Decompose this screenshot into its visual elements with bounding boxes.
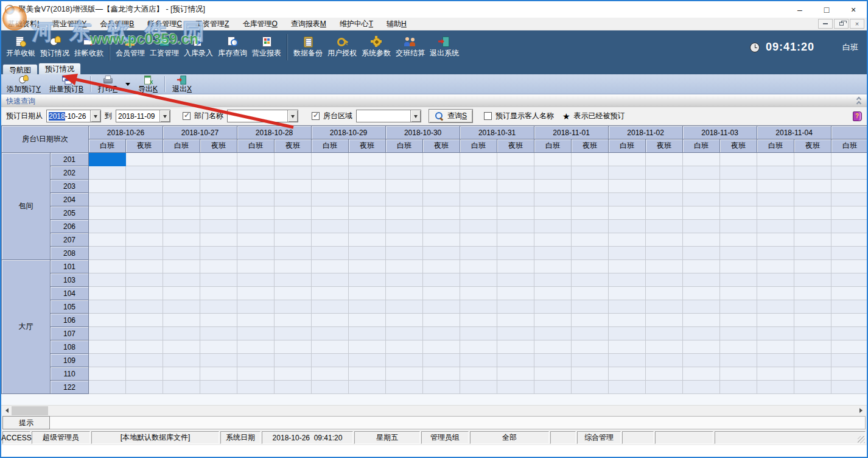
grid-cell[interactable] <box>534 354 572 367</box>
minimize-button[interactable]: – <box>786 1 813 18</box>
grid-cell[interactable] <box>163 287 200 300</box>
grid-cell[interactable] <box>460 193 497 206</box>
grid-cell[interactable] <box>237 153 275 166</box>
grid-cell[interactable] <box>534 300 572 314</box>
grid-cell[interactable] <box>423 354 460 367</box>
grid-cell[interactable] <box>609 180 646 193</box>
close-button[interactable]: × <box>840 1 867 18</box>
grid-cell[interactable] <box>646 300 683 314</box>
grid-cell[interactable] <box>423 153 460 166</box>
grid-cell[interactable] <box>683 247 720 260</box>
grid-cell[interactable] <box>646 273 683 287</box>
grid-cell[interactable] <box>237 233 275 247</box>
grid-cell[interactable] <box>349 206 386 220</box>
grid-cell[interactable] <box>534 220 572 233</box>
grid-cell[interactable] <box>609 220 646 233</box>
grid-cell[interactable] <box>163 300 200 314</box>
grid-cell[interactable] <box>163 233 200 247</box>
grid-cell[interactable] <box>646 340 683 354</box>
dropdown-arrow-icon[interactable] <box>159 110 170 122</box>
grid-cell[interactable] <box>646 180 683 193</box>
grid-cell[interactable] <box>460 340 497 354</box>
grid-cell[interactable] <box>275 300 312 314</box>
grid-cell[interactable] <box>312 180 349 193</box>
grid-cell[interactable] <box>89 180 126 193</box>
grid-cell[interactable] <box>757 381 794 394</box>
grid-cell[interactable] <box>200 233 237 247</box>
grid-cell[interactable] <box>720 193 757 206</box>
grid-cell[interactable] <box>275 193 312 206</box>
grid-cell[interactable] <box>312 354 349 367</box>
grid-cell[interactable] <box>275 260 312 273</box>
grid-cell[interactable] <box>89 166 126 180</box>
grid-cell[interactable] <box>89 381 126 394</box>
grid-cell[interactable] <box>757 260 794 273</box>
addbooking-button[interactable]: 添加预订Y <box>2 74 45 94</box>
grid-cell[interactable] <box>683 180 720 193</box>
grid-cell[interactable] <box>349 287 386 300</box>
grid-cell[interactable] <box>126 300 163 314</box>
grid-cell[interactable] <box>460 206 497 220</box>
grid-cell[interactable] <box>497 193 534 206</box>
grid-cell[interactable] <box>646 367 683 381</box>
grid-cell[interactable] <box>460 314 497 327</box>
grid-cell[interactable] <box>609 287 646 300</box>
grid-cell[interactable] <box>831 247 868 260</box>
grid-cell[interactable] <box>683 367 720 381</box>
dropdown-arrow-icon[interactable] <box>287 110 298 122</box>
grid-cell[interactable] <box>423 300 460 314</box>
grid-cell[interactable] <box>237 340 275 354</box>
menu-item-c[interactable]: 帐务管理C <box>141 18 189 30</box>
grid-cell[interactable] <box>237 381 275 394</box>
grid-cell[interactable] <box>126 367 163 381</box>
grid-cell[interactable] <box>720 206 757 220</box>
grid-cell[interactable] <box>794 166 831 180</box>
grid-cell[interactable] <box>572 247 609 260</box>
grid-cell[interactable] <box>720 340 757 354</box>
print-dropdown-arrow[interactable] <box>122 80 134 88</box>
grid-cell[interactable] <box>720 180 757 193</box>
report-button[interactable]: 营业报表 <box>250 32 284 63</box>
grid-cell[interactable] <box>163 220 200 233</box>
grid-cell[interactable] <box>163 153 200 166</box>
grid-cell[interactable] <box>683 166 720 180</box>
grid-cell[interactable] <box>831 180 868 193</box>
grid-cell[interactable] <box>720 381 757 394</box>
menu-item-m[interactable]: 查询报表M <box>284 18 333 30</box>
grid-cell[interactable] <box>572 206 609 220</box>
grid-cell[interactable] <box>572 220 609 233</box>
date-from-picker[interactable]: 2018-10-26 <box>46 110 101 122</box>
grid-cell[interactable] <box>646 220 683 233</box>
grid-cell[interactable] <box>126 354 163 367</box>
menu-item-i[interactable]: 基础资料I <box>1 18 46 30</box>
grid-cell[interactable] <box>163 166 200 180</box>
grid-cell[interactable] <box>683 354 720 367</box>
grid-cell[interactable] <box>126 193 163 206</box>
grid-cell[interactable] <box>349 367 386 381</box>
grid-cell[interactable] <box>423 367 460 381</box>
grid-cell[interactable] <box>89 287 126 300</box>
horizontal-scrollbar[interactable] <box>1 405 867 415</box>
grid-cell[interactable] <box>794 300 831 314</box>
grid-cell[interactable] <box>200 153 237 166</box>
grid-cell[interactable] <box>757 367 794 381</box>
printer-button[interactable]: 打印P <box>94 74 122 94</box>
grid-cell[interactable] <box>312 247 349 260</box>
grid-cell[interactable] <box>794 247 831 260</box>
grid-cell[interactable] <box>831 206 868 220</box>
grid-cell[interactable] <box>423 247 460 260</box>
grid-cell[interactable] <box>349 166 386 180</box>
grid-cell[interactable] <box>794 340 831 354</box>
grid-cell[interactable] <box>312 300 349 314</box>
grid-cell[interactable] <box>497 300 534 314</box>
grid-cell[interactable] <box>312 233 349 247</box>
grid-cell[interactable] <box>646 287 683 300</box>
grid-cell[interactable] <box>757 206 794 220</box>
grid-cell[interactable] <box>423 220 460 233</box>
grid-cell[interactable] <box>386 327 423 340</box>
grid-cell[interactable] <box>460 180 497 193</box>
grid-cell[interactable] <box>720 233 757 247</box>
grid-cell[interactable] <box>200 354 237 367</box>
grid-cell[interactable] <box>163 206 200 220</box>
menu-item-b[interactable]: 会员管理B <box>93 18 141 30</box>
